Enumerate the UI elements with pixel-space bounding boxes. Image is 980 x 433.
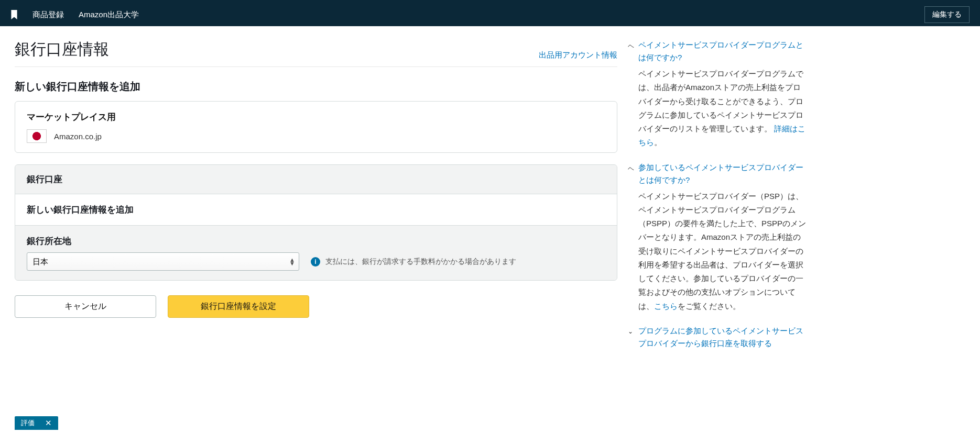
- marketplace-card: マーケットプレイス用 Amazon.co.jp: [15, 101, 617, 153]
- faq-title-1[interactable]: ペイメントサービスプロバイダープログラムとは何ですか?: [638, 39, 808, 64]
- add-new-bank-label: 新しい銀行口座情報を追加: [15, 194, 617, 226]
- topbar: 商品登録 Amazon出品大学 編集する: [0, 3, 980, 26]
- faq-title-2[interactable]: 参加しているペイメントサービスプロバイダーとは何ですか?: [638, 161, 808, 186]
- edit-button[interactable]: 編集する: [924, 6, 970, 23]
- marketplace-name: Amazon.co.jp: [54, 132, 102, 141]
- bank-location-select[interactable]: 日本: [27, 252, 299, 271]
- chevron-up-icon[interactable]: ヘ: [628, 164, 634, 173]
- chevron-up-icon[interactable]: ヘ: [628, 42, 634, 51]
- faq-title-3[interactable]: プログラムに参加しているペイメントサービスプロバイダーから銀行口座を取得する: [638, 325, 808, 350]
- chevron-down-icon[interactable]: ⌄: [628, 328, 633, 335]
- marketplace-label: マーケットプレイス用: [27, 111, 605, 123]
- japan-flag-icon: [27, 129, 47, 143]
- nav-product-register[interactable]: 商品登録: [32, 10, 64, 20]
- bank-account-form: 銀行口座 新しい銀行口座情報を追加 銀行所在地 日本 ▲▼ i 支払には、銀行が…: [15, 164, 617, 281]
- faq-desc-2: ペイメントサービスプロバイダー（PSP）は、ペイメントサービスプロバイダープログ…: [638, 190, 808, 313]
- section-add-new-title: 新しい銀行口座情報を追加: [15, 80, 617, 94]
- info-icon: i: [311, 257, 320, 267]
- faq-desc-1: ペイメントサービスプロバイダープログラムでは、出品者がAmazonストアの売上利…: [638, 67, 808, 150]
- bookmark-icon[interactable]: [10, 10, 18, 19]
- submit-button[interactable]: 銀行口座情報を設定: [168, 295, 309, 318]
- faq-link-2[interactable]: こちら: [654, 302, 678, 310]
- bank-account-section-header: 銀行口座: [15, 165, 617, 194]
- account-info-link[interactable]: 出品用アカウント情報: [539, 50, 617, 60]
- help-sidebar: ヘ ペイメントサービスプロバイダープログラムとは何ですか? ペイメントサービスプ…: [630, 39, 808, 361]
- cancel-button[interactable]: キャンセル: [15, 295, 156, 318]
- bank-location-label: 銀行所在地: [27, 235, 605, 247]
- fee-note: i 支払には、銀行が請求する手数料がかかる場合があります: [311, 257, 516, 267]
- page-title: 銀行口座情報: [15, 39, 109, 60]
- nav-seller-university[interactable]: Amazon出品大学: [79, 10, 139, 20]
